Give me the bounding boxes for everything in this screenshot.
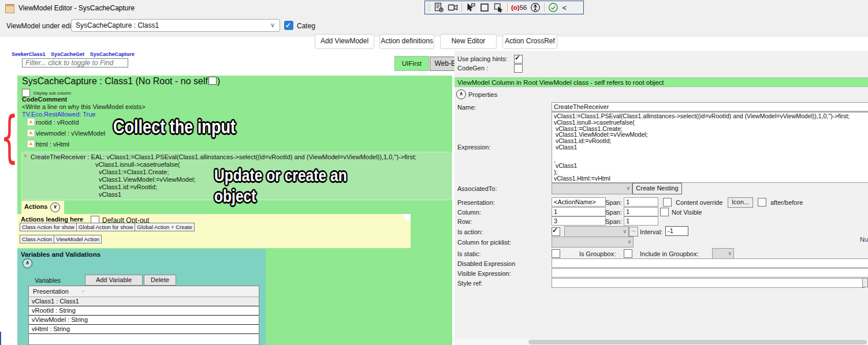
column-input[interactable]: 1 (552, 207, 606, 216)
filter-input[interactable] (22, 58, 128, 68)
chevron-down-icon: ∨ (270, 21, 275, 29)
toolbar-grip[interactable] (427, 3, 430, 12)
screen-record-camera-icon[interactable] (448, 2, 458, 13)
folded-corner (401, 214, 411, 223)
collapse-chevron-icon[interactable]: < (562, 3, 567, 12)
visible-expression-input[interactable] (552, 268, 868, 278)
action-create-buttons: Class Action ViewModel Action (20, 235, 102, 243)
actions-panel: Actions leading here Default Opt-out Cla… (17, 214, 411, 248)
after-before-checkbox[interactable] (758, 198, 766, 207)
link-syscacheget[interactable]: SysCacheGet (51, 51, 84, 57)
viewmodel-action-button[interactable]: ViewModel Action (54, 235, 102, 243)
row-input[interactable]: 3 (552, 216, 606, 226)
disabled-expression-input[interactable] (552, 258, 868, 268)
capture-toolbar: (o)56 < (424, 1, 584, 14)
add-variable-button[interactable]: Add Variable (85, 275, 143, 286)
action-definitions-button[interactable]: Action definitions (379, 34, 434, 49)
row-span-input[interactable]: 1 (624, 216, 658, 226)
icon-button[interactable]: Icon... (728, 197, 753, 208)
record-icon: (o) (511, 4, 520, 11)
presentation-span-label: Span: (605, 199, 622, 206)
variable-row[interactable]: vViewModel : String (29, 316, 259, 325)
column-span-input[interactable]: 1 (624, 207, 658, 216)
link-seekerclass1[interactable]: SeekerClass1 (12, 51, 46, 57)
selection-box-icon[interactable] (479, 2, 490, 13)
presentation-span-input[interactable]: 1 (624, 197, 658, 207)
variable-row[interactable]: vRootId : String (29, 306, 259, 316)
delete-variable-button[interactable]: Delete (144, 275, 176, 286)
name-input[interactable]: CreateTheReceiver (552, 102, 868, 112)
global-action-for-show-button[interactable]: Global Action for show (76, 223, 136, 231)
link-syscachecapture[interactable]: SysCacheCapture (90, 51, 135, 57)
style-ref-input[interactable] (552, 278, 865, 288)
variable-row[interactable]: vClass1 : Class1 (29, 297, 259, 306)
column-row-html[interactable]: html : vHtml (36, 141, 69, 148)
is-action-dropdown[interactable]: ∨ (564, 226, 629, 237)
use-placing-hints-checkbox[interactable]: ✓ (514, 55, 523, 63)
toolbar-separator (461, 3, 462, 12)
presentation-input[interactable]: <ActionName> (552, 197, 606, 207)
inspector-hscrollbar-thumb[interactable] (528, 340, 867, 344)
title-bar: ViewModel Editor - SysCacheCapture (0, 0, 868, 16)
new-editor-button[interactable]: New Editor (440, 34, 497, 49)
form-designer-icon[interactable] (434, 2, 444, 13)
is-action-checkbox[interactable]: ✓ (552, 227, 560, 236)
row-span-label: Span: (605, 218, 622, 225)
global-action-create-button[interactable]: Global Action + Create (135, 223, 194, 231)
viewmodel-combo[interactable]: SysCacheCapture : Class1 ∨ (71, 19, 280, 32)
column-row-viewmodel[interactable]: viewmodel : vViewModel (36, 130, 105, 137)
rest-allowed-link[interactable]: TV.Eco.RestAllowed: True (22, 111, 95, 118)
class-action-for-show-button[interactable]: Class Action for show (20, 223, 77, 231)
class-action-button[interactable]: Class Action (20, 235, 54, 243)
record-counter[interactable]: (o)56 (511, 4, 527, 11)
chevron-up-icon[interactable]: ∧ (23, 258, 32, 268)
no-self-checkbox[interactable] (208, 77, 217, 85)
codegen-checkbox[interactable] (514, 64, 523, 73)
uifirst-button[interactable]: UIFirst (394, 56, 429, 71)
column-type-icon: A (27, 140, 35, 148)
variable-row[interactable]: vHtml : String (29, 325, 259, 334)
ellipsis-button[interactable]: ... (629, 227, 638, 237)
not-visible-checkbox[interactable] (660, 208, 669, 216)
interval-input[interactable]: -1 (665, 226, 688, 236)
content-override-checkbox[interactable] (663, 198, 672, 207)
style-ref-ellipsis-button[interactable] (862, 278, 868, 287)
red-brace-annotation: { (1, 115, 18, 159)
column-row-rootid[interactable]: rootid : vRootId (36, 119, 79, 126)
actions-tab-label: Actions (24, 203, 47, 210)
accessibility-icon[interactable] (530, 2, 541, 13)
action-crossref-button[interactable]: Action CrossRef (502, 34, 557, 49)
associated-to-dropdown[interactable]: ∨ (552, 183, 632, 194)
validate-check-icon[interactable] (548, 2, 558, 13)
column-for-picklist-dropdown[interactable]: ∨ (552, 237, 634, 247)
chevron-up-icon[interactable]: ∧ (456, 89, 466, 99)
associated-to-label: AssociatedTo: (457, 185, 497, 192)
content-override-label: Content override (676, 199, 722, 206)
column-type-icon: A (27, 118, 35, 126)
column-label: Column: (457, 209, 481, 216)
is-groupbox-checkbox[interactable] (624, 249, 632, 258)
filter-funnel-icon[interactable]: ▼ (81, 287, 85, 297)
create-nesting-button[interactable]: Create Nesting (632, 183, 682, 194)
is-action-label: Is action: (457, 228, 483, 235)
is-static-checkbox[interactable] (552, 249, 560, 258)
include-in-groupbox-dropdown[interactable]: ∨ (712, 248, 734, 260)
chevron-down-icon[interactable]: ∨ (50, 202, 60, 212)
edit-bar: ViewModel under edit: SysCacheCapture : … (0, 16, 868, 36)
expression-textarea[interactable]: vClass1:=Class1.PSEval(Class1.allinstanc… (552, 112, 868, 183)
cursor-capture-icon[interactable] (493, 2, 504, 13)
add-viewmodel-button[interactable]: Add ViewModel (315, 34, 374, 49)
codecomment-placeholder[interactable]: <Write a line on why this ViewModel exis… (22, 103, 146, 110)
cursor-flag-icon[interactable] (465, 2, 476, 13)
is-groupbox-label: Is Groupbox: (579, 250, 616, 257)
codegen-label: CodeGen : (457, 65, 488, 72)
include-in-groupbox-label: Include in Groupbox: (640, 250, 699, 257)
actions-tab[interactable]: Actions ∨ (21, 201, 64, 214)
variables-table-header[interactable]: Presentation ▼ (29, 286, 259, 297)
eal-body: vClass1.isnull->casetruefalse( vClass1:=… (95, 161, 196, 198)
app-icon (5, 4, 14, 13)
check-icon: ✓ (552, 226, 558, 234)
categ-checkbox[interactable]: ✓ (284, 21, 293, 30)
after-before-label: after/before (770, 199, 803, 206)
variables-table: Presentation ▼ vClass1 : Class1 vRootId … (28, 286, 259, 345)
